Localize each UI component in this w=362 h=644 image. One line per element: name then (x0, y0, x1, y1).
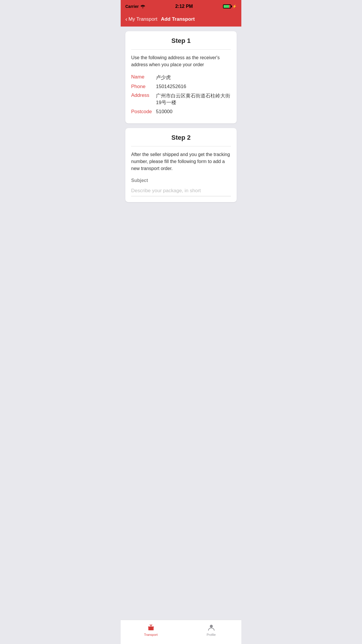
status-bar: Carrier 2:12 PM ⚡ (121, 0, 241, 13)
back-button[interactable]: ‹ My Transport (125, 16, 157, 22)
postcode-label: Postcode (131, 109, 156, 115)
name-row: Name 卢少虎 (131, 74, 231, 81)
main-content: Step 1 Use the following address as the … (121, 27, 241, 241)
phone-row: Phone 15014252616 (131, 84, 231, 90)
postcode-value: 510000 (156, 109, 231, 115)
nav-title: Add Transport (161, 16, 195, 22)
address-label: Address (131, 92, 156, 98)
phone-label: Phone (131, 84, 156, 90)
subject-input[interactable] (131, 186, 231, 196)
status-battery: ⚡ (223, 4, 237, 8)
postcode-row: Postcode 510000 (131, 109, 231, 115)
step2-description: After the seller shipped and you get the… (131, 151, 231, 172)
address-value: 广州市白云区黄石街道石柱岭大街19号一楼 (156, 92, 231, 106)
nav-bar: ‹ My Transport Add Transport (121, 13, 241, 27)
subject-field-section: Subject (131, 178, 231, 196)
status-time: 2:12 PM (175, 4, 193, 9)
step1-description: Use the following address as the receive… (131, 54, 231, 68)
wifi-icon (140, 5, 145, 8)
address-row: Address 广州市白云区黄石街道石柱岭大街19号一楼 (131, 92, 231, 106)
phone-value: 15014252616 (156, 84, 231, 90)
step2-title: Step 2 (131, 134, 231, 146)
subject-label: Subject (131, 178, 231, 183)
name-label: Name (131, 74, 156, 80)
step1-card: Step 1 Use the following address as the … (125, 31, 237, 123)
step2-card: Step 2 After the seller shipped and you … (125, 128, 237, 202)
back-arrow-icon: ‹ (125, 16, 127, 22)
name-value: 卢少虎 (156, 74, 231, 81)
step1-title: Step 1 (131, 37, 231, 50)
status-carrier: Carrier (125, 4, 145, 9)
back-label: My Transport (129, 16, 157, 22)
